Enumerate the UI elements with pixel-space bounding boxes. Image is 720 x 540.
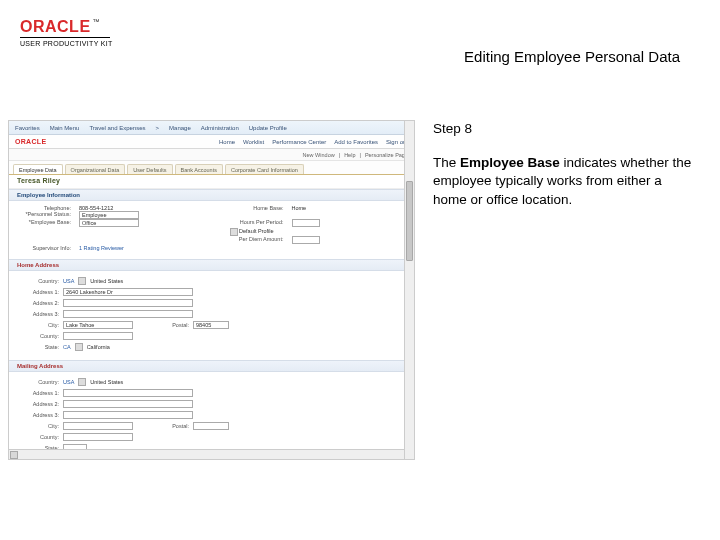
input-per-diem[interactable] [292,236,320,244]
app-subbar: New Window | Help | Personalize Page [9,149,414,161]
tab-user-defaults[interactable]: User Defaults [127,164,172,174]
label-supervisor-info: Supervisor Info: [17,245,75,251]
breadcrumb: Favorites Main Menu Travel and Expenses … [9,121,414,135]
tab-bank-accounts[interactable]: Bank Accounts [175,164,223,174]
lookup-icon[interactable] [75,343,83,351]
checkbox-default-profile[interactable] [230,228,238,236]
label-home-postal: Postal: [133,322,193,328]
input-home-postal[interactable]: 98405 [193,321,229,329]
label-default-profile: Default Profile [239,228,274,234]
input-home-county[interactable] [63,332,133,340]
employee-name: Teresa Riley [9,175,414,189]
label-home-address2: Address 2: [17,300,63,306]
label-mail-city: City: [17,423,63,429]
app-topbar: ORACLE Home Worklist Performance Center … [9,135,414,149]
link-help[interactable]: Help [344,152,355,158]
link-newwindow[interactable]: New Window [303,152,335,158]
brand-text: ORACLE [20,18,91,35]
nav-arrow: > [156,125,160,131]
label-home-country: Country: [17,278,63,284]
app-screenshot: Favorites Main Menu Travel and Expenses … [8,120,415,460]
input-mail-address3[interactable] [63,411,193,419]
value-home-country[interactable]: USA [63,278,74,284]
label-home-state: State: [17,344,63,350]
value-mail-country-name: United States [90,379,123,385]
home-address-form: Country: USA United States Address 1: 26… [9,271,414,360]
label-per-diem: Per Diem Amount: [230,236,288,245]
input-home-address3[interactable] [63,310,193,318]
tab-org-data[interactable]: Organizational Data [65,164,126,174]
step-label: Step 8 [433,120,693,138]
section-employee-info: Employee Information [9,189,414,201]
subbrand-text: USER PRODUCTIVITY KIT [20,40,113,47]
label-mail-country: Country: [17,379,63,385]
logo-underline [20,37,110,38]
input-home-address2[interactable] [63,299,193,307]
employee-info-form: Telephone: 808-554-1212 Home Base: Home … [9,201,414,259]
scroll-left-icon[interactable] [10,451,18,459]
label-personnel-status: *Personnel Status: [17,211,75,219]
input-mail-address2[interactable] [63,400,193,408]
value-home-state[interactable]: CA [63,344,71,350]
term-employee-base: Employee Base [460,155,560,170]
nav-main[interactable]: Main Menu [50,125,80,131]
label-mail-address2: Address 2: [17,401,63,407]
label-mail-address3: Address 3: [17,412,63,418]
input-mail-address1[interactable] [63,389,193,397]
nav-travel[interactable]: Travel and Expenses [89,125,145,131]
nav-manage[interactable]: Manage [169,125,191,131]
value-mail-country[interactable]: USA [63,379,74,385]
input-mail-city[interactable] [63,422,133,430]
nav-favorites[interactable]: Favorites [15,125,40,131]
tab-corp-card[interactable]: Corporate Card Information [225,164,304,174]
link-home[interactable]: Home [219,139,235,145]
label-home-address1: Address 1: [17,289,63,295]
page-title: Editing Employee Personal Data [464,48,680,65]
trademark: ™ [93,18,100,25]
value-home-country-name: United States [90,278,123,284]
label-mail-address1: Address 1: [17,390,63,396]
input-home-address1[interactable]: 2640 Lakeshore Dr [63,288,193,296]
section-mailing-address: Mailing Address [9,360,414,372]
section-home-address: Home Address [9,259,414,271]
inner-oracle-logo: ORACLE [15,138,46,145]
vertical-scrollbar[interactable] [404,121,414,459]
lookup-icon[interactable] [78,277,86,285]
value-home-state-name: California [87,344,110,350]
link-perf[interactable]: Performance Center [272,139,326,145]
link-supervisor-info[interactable]: 1 Rating Reviewer [79,245,226,251]
input-mail-county[interactable] [63,433,133,441]
instruction-panel: Step 8 The Employee Base indicates wheth… [433,120,693,460]
link-personalize[interactable]: Personalize Page [365,152,408,158]
link-addfav[interactable]: Add to Favorites [334,139,378,145]
oracle-logo: ORACLE™ USER PRODUCTIVITY KIT [20,18,113,47]
label-hours-per-period: Hours Per Period: [230,219,288,228]
label-home-city: City: [17,322,63,328]
nav-admin[interactable]: Administration [201,125,239,131]
scrollbar-thumb[interactable] [406,181,413,261]
input-hours-per-period[interactable] [292,219,320,227]
link-worklist[interactable]: Worklist [243,139,264,145]
tabstrip: Employee Data Organizational Data User D… [9,161,414,175]
nav-update[interactable]: Update Profile [249,125,287,131]
tab-employee-data[interactable]: Employee Data [13,164,63,174]
input-mail-postal[interactable] [193,422,229,430]
label-home-county: County: [17,333,63,339]
label-home-address3: Address 3: [17,311,63,317]
input-home-city[interactable]: Lake Tahoe [63,321,133,329]
select-personnel-status[interactable]: Employee [79,211,139,219]
mailing-address-form: Country: USA United States Address 1: Ad… [9,372,414,460]
label-employee-base: *Employee Base: [17,219,75,228]
instruction-text: The Employee Base indicates whether the … [433,154,693,209]
label-mail-postal: Postal: [133,423,193,429]
lookup-icon[interactable] [78,378,86,386]
select-employee-base[interactable]: Office [79,219,139,227]
label-mail-county: County: [17,434,63,440]
horizontal-scrollbar[interactable] [9,449,404,459]
